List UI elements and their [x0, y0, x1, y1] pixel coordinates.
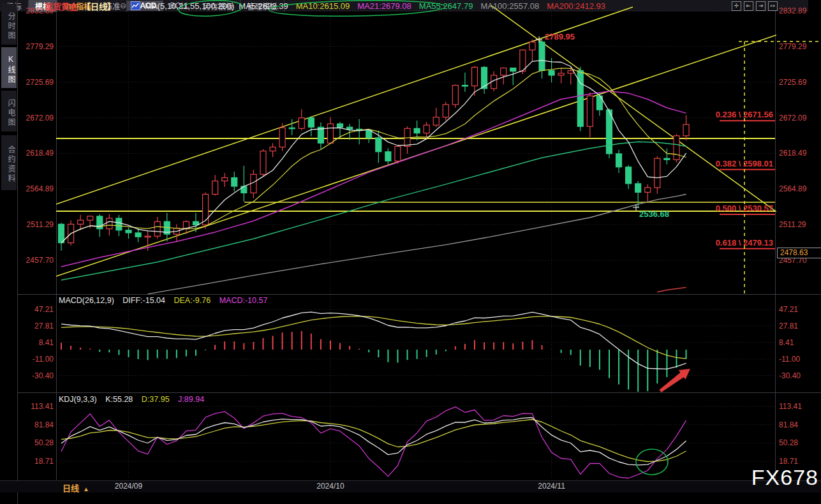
axis-label: 81.84 — [779, 420, 818, 429]
axis-label: -11.00 — [779, 355, 818, 364]
date-axis-label: 2024/10 — [316, 482, 344, 491]
scale-right-icon[interactable]: ⇥ — [756, 1, 766, 11]
macd-diff-value: DIFF:-15.04 — [122, 296, 165, 305]
axis-label: 50.28 — [19, 438, 54, 447]
kdj-d-value: D:37.95 — [142, 395, 170, 404]
axis-label: 113.41 — [779, 402, 818, 411]
axis-label: 8.41 — [19, 338, 54, 347]
watermark: FX678 — [751, 465, 818, 490]
chart-type-icon[interactable] — [131, 1, 140, 10]
triangle-up-icon: ▲ — [83, 485, 89, 493]
axis-label: 113.41 — [19, 402, 54, 411]
axis-label: 2672.09 — [19, 114, 54, 122]
chart-toolbar: ✛⇤⇥↦ — [732, 1, 778, 11]
period-label[interactable]: 【日线】 — [82, 0, 115, 12]
kdj-j-value: J:89.94 — [178, 395, 204, 404]
axis-label: -30.40 — [779, 371, 818, 380]
axis-label: 50.28 — [779, 438, 818, 447]
period-selector[interactable]: 日线▲ — [63, 482, 89, 494]
axis-label: 2725.69 — [19, 78, 54, 87]
axis-label: 27.81 — [779, 322, 818, 330]
axis-label: -30.40 — [19, 371, 54, 380]
macd-panel-header: MACD(26,12,9) DIFF:-15.04 DEA:-9.76 MACD… — [59, 296, 274, 305]
axis-label: 2725.69 — [779, 78, 818, 87]
macd-title: MACD(26,12,9) — [59, 296, 114, 305]
scale-left-icon[interactable]: ⇤ — [744, 1, 753, 11]
trading-chart-app: 现货黄金 【日线】 ⊖ MA(5,10,21,55,100,200) MA5:2… — [0, 0, 821, 504]
main-price-panel — [56, 0, 776, 294]
date-axis-label: 2024/09 — [115, 482, 142, 491]
kdj-panel — [61, 407, 686, 478]
low-price-label: 2536.68 — [639, 209, 669, 219]
current-price-box: 2478.63 — [777, 248, 821, 258]
axis-label: 18.71 — [19, 457, 54, 466]
sidebar-item-K线图[interactable]: K线图 — [1, 47, 17, 88]
macd-panel — [61, 312, 686, 392]
axis-label: 2618.49 — [19, 149, 54, 158]
kdj-k-value: K:55.28 — [105, 395, 133, 404]
axis-label: 2618.49 — [779, 149, 818, 158]
axis-label: 2511.29 — [779, 220, 818, 229]
fib-level-label: 0.500 \ 2530.57 — [714, 204, 773, 213]
ma-value-label: MA200:2412.93 — [547, 1, 605, 11]
fib-level-label: 0.618 \ 2479.13 — [714, 238, 773, 248]
collapse-icon[interactable]: ⊖ — [120, 2, 126, 10]
fib-level-label: 0.382 \ 2598.01 — [714, 159, 773, 168]
ma-params-label: MA(5,10,21,55,100,200) — [145, 1, 234, 11]
axis-label: 18.71 — [779, 457, 818, 466]
kdj-title: KDJ(9,3,3) — [59, 395, 97, 404]
axis-label: 2511.29 — [19, 220, 54, 229]
move-tool-icon[interactable]: ✛ — [732, 1, 741, 11]
axis-label: 47.21 — [779, 305, 818, 314]
axis-label: -11.00 — [19, 355, 54, 364]
axis-label: 8.41 — [779, 338, 818, 347]
ma-value-label: MA55:2647.79 — [419, 1, 473, 11]
period-selector-label: 日线 — [63, 484, 79, 493]
axis-label: 2564.89 — [779, 184, 818, 193]
sidebar-item-分时图[interactable]: 分时图 — [1, 4, 17, 45]
macd-value: MACD:-10.57 — [219, 296, 268, 305]
axis-label: 2832.89 — [19, 6, 54, 15]
ma-value-label: MA21:2679.08 — [357, 1, 411, 11]
axis-label: 2832.89 — [779, 6, 818, 15]
sidebar-item-闪电图[interactable]: 闪电图 — [1, 91, 17, 131]
axis-label: 2457.70 — [19, 256, 54, 265]
pan-right-icon[interactable]: ↦ — [768, 1, 778, 11]
fib-level-label: 0.236 \ 2671.56 — [714, 110, 773, 119]
chart-header: 现货黄金 【日线】 ⊖ MA(5,10,21,55,100,200) MA5:2… — [45, 1, 605, 11]
axis-label: 2779.29 — [19, 42, 54, 51]
macd-dea-value: DEA:-9.76 — [174, 296, 211, 305]
peak-price-label: 2789.95 — [545, 32, 575, 41]
axis-label: 2672.09 — [779, 114, 818, 122]
price-chart-canvas[interactable] — [0, 0, 821, 504]
ma-value-label: MA100:2557.08 — [480, 1, 539, 11]
ma-value-label: MA10:2615.09 — [296, 1, 350, 11]
ma-value-label: MA5:2622.39 — [239, 1, 288, 11]
axis-label: 81.84 — [19, 420, 54, 429]
ma-values-group: MA5:2622.39MA10:2615.09MA21:2679.08MA55:… — [239, 1, 605, 11]
sidebar-item-合约资料[interactable]: 合约资料 — [1, 135, 17, 190]
date-axis-label: 2024/11 — [538, 482, 565, 491]
axis-label: 2779.29 — [779, 42, 818, 51]
axis-label: 27.81 — [19, 322, 54, 330]
axis-label: 47.21 — [19, 305, 54, 314]
axis-label: 2564.89 — [19, 184, 54, 193]
kdj-panel-header: KDJ(9,3,3) K:55.28 D:37.95 J:89.94 — [59, 395, 211, 404]
